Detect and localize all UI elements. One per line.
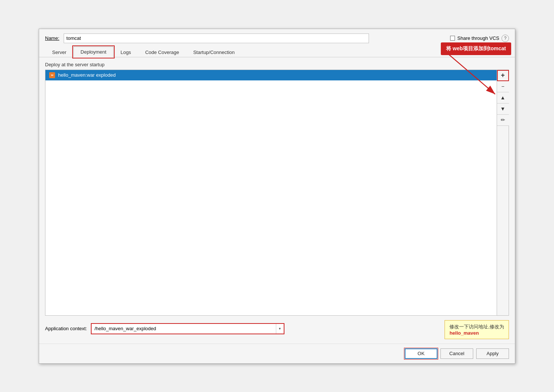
move-up-button[interactable]: ▲ <box>497 92 509 103</box>
context-input[interactable] <box>92 324 276 333</box>
tab-deployment[interactable]: Deployment <box>73 47 113 57</box>
annotation-top-box: 将 web项目添加到tomcat <box>441 42 511 55</box>
main-content: Deploy at the server startup w hello_mav… <box>39 57 515 344</box>
context-row: Application context: ▾ <box>45 319 439 336</box>
annotation-line2: hello_maven <box>449 330 479 336</box>
edit-button[interactable]: ✏ <box>497 115 509 126</box>
deploy-item[interactable]: w hello_maven:war exploded <box>45 70 497 80</box>
cancel-button[interactable]: Cancel <box>440 348 473 359</box>
vcs-label: Share through VCS <box>457 35 499 41</box>
deploy-section-label: Deploy at the server startup <box>45 62 509 67</box>
add-deployment-button[interactable]: + <box>497 70 509 81</box>
war-icon: w <box>49 72 55 78</box>
vcs-area: Share through VCS ? <box>450 35 509 42</box>
annotation-top: 将 web项目添加到tomcat <box>441 42 511 55</box>
context-label: Application context: <box>45 326 87 331</box>
context-input-wrapper: ▾ <box>91 323 284 334</box>
ok-button[interactable]: OK <box>405 348 437 359</box>
change-annotation-box: 修改一下访问地址,修改为 hello_maven <box>445 320 509 339</box>
deploy-area: w hello_maven:war exploded + − ▲ ▼ ✏ <box>45 70 509 316</box>
tab-startup[interactable]: Startup/Connection <box>186 47 242 57</box>
run-debug-dialog: Name: Share through VCS ? Server Deploym… <box>39 29 515 364</box>
name-label: Name: <box>45 35 59 41</box>
footer: OK Cancel Apply <box>39 344 515 363</box>
tab-code-coverage[interactable]: Code Coverage <box>138 47 186 57</box>
annotation-line1: 修改一下访问地址,修改为 <box>449 324 504 329</box>
deploy-sidebar: + − ▲ ▼ ✏ <box>497 70 509 315</box>
deploy-list: w hello_maven:war exploded <box>45 70 497 315</box>
vcs-checkbox[interactable] <box>450 36 455 41</box>
help-button[interactable]: ? <box>502 35 509 42</box>
context-dropdown-button[interactable]: ▾ <box>276 324 284 334</box>
deploy-item-name: hello_maven:war exploded <box>58 72 116 78</box>
remove-deployment-button[interactable]: − <box>497 81 509 92</box>
move-down-button[interactable]: ▼ <box>497 103 509 115</box>
tab-server[interactable]: Server <box>45 47 73 57</box>
tab-logs[interactable]: Logs <box>114 47 138 57</box>
name-input[interactable] <box>64 34 369 43</box>
apply-button[interactable]: Apply <box>476 348 509 359</box>
context-annotation: 修改一下访问地址,修改为 hello_maven <box>445 320 509 339</box>
